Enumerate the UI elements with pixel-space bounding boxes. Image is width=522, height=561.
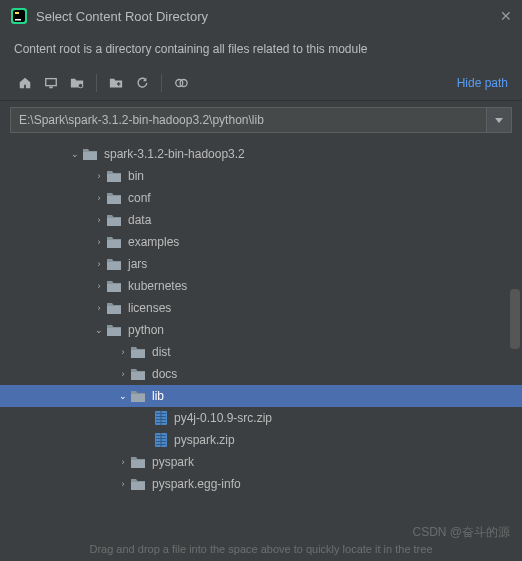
tree-item-label: py4j-0.10.9-src.zip [174,411,272,425]
tree-item-label: spark-3.1.2-bin-hadoop3.2 [104,147,245,161]
drop-hint: Drag and drop a file into the space abov… [0,539,522,559]
tree-folder[interactable]: ⌄lib [0,385,522,407]
folder-icon [106,213,122,227]
desktop-icon[interactable] [40,72,62,94]
svg-rect-3 [15,19,21,21]
tree-item-label: licenses [128,301,171,315]
svg-rect-12 [156,416,166,417]
hide-path-link[interactable]: Hide path [457,76,508,90]
chevron-right-icon[interactable]: › [116,347,130,357]
tree-folder[interactable]: ⌄python [0,319,522,341]
chevron-right-icon[interactable]: › [116,479,130,489]
tree-item-label: pyspark.egg-info [152,477,241,491]
dialog-title: Select Content Root Directory [36,9,500,24]
folder-icon [130,455,146,469]
folder-icon [130,345,146,359]
svg-rect-19 [156,441,166,442]
refresh-icon[interactable] [131,72,153,94]
toolbar: Hide path [0,66,522,101]
home-icon[interactable] [14,72,36,94]
chevron-right-icon[interactable]: › [92,259,106,269]
tree-folder[interactable]: ›docs [0,363,522,385]
tree-item-label: bin [128,169,144,183]
svg-rect-4 [46,79,57,86]
folder-icon [106,169,122,183]
dialog-subtitle: Content root is a directory containing a… [0,32,522,66]
chevron-down-icon[interactable]: ⌄ [116,391,130,401]
path-row [0,101,522,139]
tree-item-label: pyspark.zip [174,433,235,447]
project-icon[interactable] [66,72,88,94]
show-hidden-icon[interactable] [170,72,192,94]
tree-folder[interactable]: ›pyspark.egg-info [0,473,522,495]
tree-folder[interactable]: ›dist [0,341,522,363]
tree-folder[interactable]: ›data [0,209,522,231]
close-icon[interactable]: ✕ [500,8,512,24]
tree-file[interactable]: pyspark.zip [0,429,522,451]
svg-rect-11 [156,413,166,414]
chevron-right-icon[interactable]: › [116,457,130,467]
folder-icon [106,235,122,249]
tree-folder[interactable]: ⌄spark-3.1.2-bin-hadoop3.2 [0,143,522,165]
tree-folder[interactable]: ›pyspark [0,451,522,473]
tree-folder[interactable]: ›jars [0,253,522,275]
chevron-down-icon[interactable]: ⌄ [92,325,106,335]
tree-file[interactable]: py4j-0.10.9-src.zip [0,407,522,429]
chevron-right-icon[interactable]: › [92,281,106,291]
svg-point-8 [180,80,187,87]
folder-icon [130,367,146,381]
chevron-down-icon[interactable]: ⌄ [68,149,82,159]
svg-rect-5 [49,87,53,89]
svg-rect-17 [156,435,166,436]
tree-folder[interactable]: ›examples [0,231,522,253]
tree-item-label: docs [152,367,177,381]
tree-item-label: data [128,213,151,227]
tree-item-label: python [128,323,164,337]
toolbar-separator [161,74,162,92]
tree-item-label: dist [152,345,171,359]
tree-folder[interactable]: ›licenses [0,297,522,319]
svg-rect-2 [15,12,19,14]
chevron-right-icon[interactable]: › [92,171,106,181]
tree-item-label: lib [152,389,164,403]
archive-icon [154,410,168,426]
toolbar-separator [96,74,97,92]
folder-icon [106,323,122,337]
folder-icon [130,477,146,491]
folder-icon [106,191,122,205]
directory-tree[interactable]: ⌄spark-3.1.2-bin-hadoop3.2›bin›conf›data… [0,139,522,499]
folder-icon [82,147,98,161]
tree-item-label: jars [128,257,147,271]
title-bar: Select Content Root Directory ✕ [0,0,522,32]
svg-rect-18 [156,438,166,439]
archive-icon [154,432,168,448]
scrollbar-thumb[interactable] [510,289,520,349]
folder-icon [106,279,122,293]
folder-icon [130,389,146,403]
tree-item-label: pyspark [152,455,194,469]
chevron-right-icon[interactable]: › [92,193,106,203]
tree-item-label: examples [128,235,179,249]
svg-point-6 [78,83,82,87]
folder-icon [106,257,122,271]
chevron-right-icon[interactable]: › [92,303,106,313]
chevron-right-icon[interactable]: › [92,215,106,225]
folder-icon [106,301,122,315]
svg-rect-14 [156,422,166,423]
svg-rect-20 [156,444,166,445]
scrollbar[interactable] [510,139,520,539]
app-icon [10,7,28,25]
tree-folder[interactable]: ›kubernetes [0,275,522,297]
tree-item-label: kubernetes [128,279,187,293]
chevron-right-icon[interactable]: › [116,369,130,379]
svg-rect-13 [156,419,166,420]
chevron-right-icon[interactable]: › [92,237,106,247]
tree-folder[interactable]: ›bin [0,165,522,187]
tree-item-label: conf [128,191,151,205]
path-input[interactable] [10,107,486,133]
path-dropdown-button[interactable] [486,107,512,133]
tree-folder[interactable]: ›conf [0,187,522,209]
new-folder-icon[interactable] [105,72,127,94]
